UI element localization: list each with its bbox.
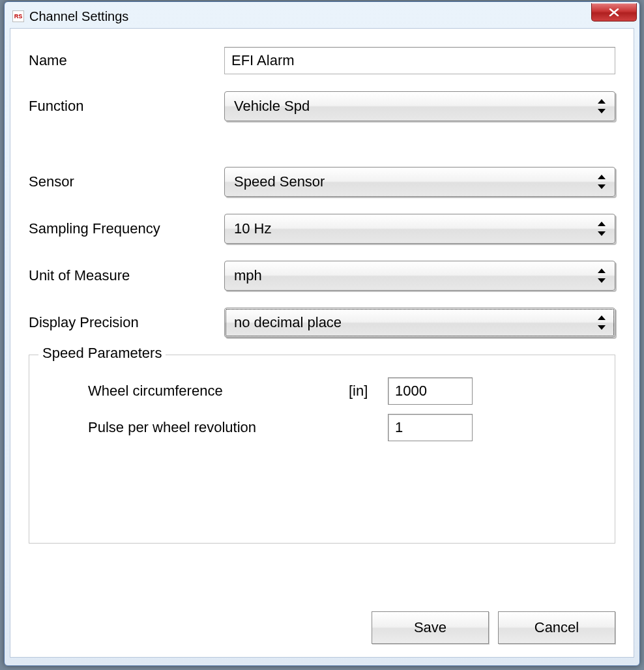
close-button[interactable] [591, 3, 637, 22]
pulse-per-rev-label: Pulse per wheel revolution [42, 419, 349, 436]
row-sampling: Sampling Frequency 10 Hz [29, 214, 615, 244]
window-title: Channel Settings [29, 9, 128, 24]
sensor-combo[interactable]: Speed Sensor [224, 167, 615, 197]
speed-parameters-group: Speed Parameters Wheel circumference [in… [29, 355, 615, 544]
save-button[interactable]: Save [372, 611, 489, 644]
wheel-circumference-label: Wheel circumference [42, 383, 349, 400]
row-function: Function Vehicle Spd [29, 91, 615, 121]
sensor-value: Speed Sensor [234, 173, 325, 190]
spinner-icon [598, 175, 607, 189]
precision-label: Display Precision [29, 314, 224, 331]
row-name: Name [29, 47, 615, 74]
spinner-icon [598, 222, 607, 236]
uom-value: mph [234, 267, 262, 284]
spinner-icon [598, 315, 607, 330]
row-precision: Display Precision no decimal place [29, 308, 615, 338]
dialog-window: RS Channel Settings Name Function Vehicl… [4, 1, 640, 666]
function-label: Function [29, 98, 224, 115]
precision-value: no decimal place [234, 314, 342, 331]
spinner-icon [598, 269, 607, 283]
uom-combo[interactable]: mph [224, 261, 615, 291]
sampling-label: Sampling Frequency [29, 220, 224, 237]
name-label: Name [29, 52, 224, 69]
sensor-label: Sensor [29, 173, 224, 190]
close-icon [609, 8, 619, 16]
button-bar: Save Cancel [372, 611, 615, 644]
group-title: Speed Parameters [38, 345, 166, 362]
titlebar: RS Channel Settings [10, 7, 634, 28]
name-input[interactable] [224, 47, 615, 74]
app-icon: RS [12, 10, 24, 22]
sampling-combo[interactable]: 10 Hz [224, 214, 615, 244]
client-area: Name Function Vehicle Spd Sensor Speed S… [10, 28, 634, 658]
row-wheel-circumference: Wheel circumference [in] [42, 377, 602, 405]
pulse-per-rev-input[interactable] [388, 414, 473, 441]
precision-combo[interactable]: no decimal place [224, 308, 615, 338]
function-value: Vehicle Spd [234, 98, 310, 115]
row-sensor: Sensor Speed Sensor [29, 167, 615, 197]
row-uom: Unit of Measure mph [29, 261, 615, 291]
wheel-circumference-input[interactable] [388, 377, 473, 405]
spinner-icon [598, 99, 607, 113]
row-pulse-per-rev: Pulse per wheel revolution [42, 414, 602, 441]
sampling-value: 10 Hz [234, 220, 271, 237]
cancel-button[interactable]: Cancel [498, 611, 615, 644]
function-combo[interactable]: Vehicle Spd [224, 91, 615, 121]
wheel-circumference-unit: [in] [349, 383, 388, 400]
uom-label: Unit of Measure [29, 267, 224, 284]
